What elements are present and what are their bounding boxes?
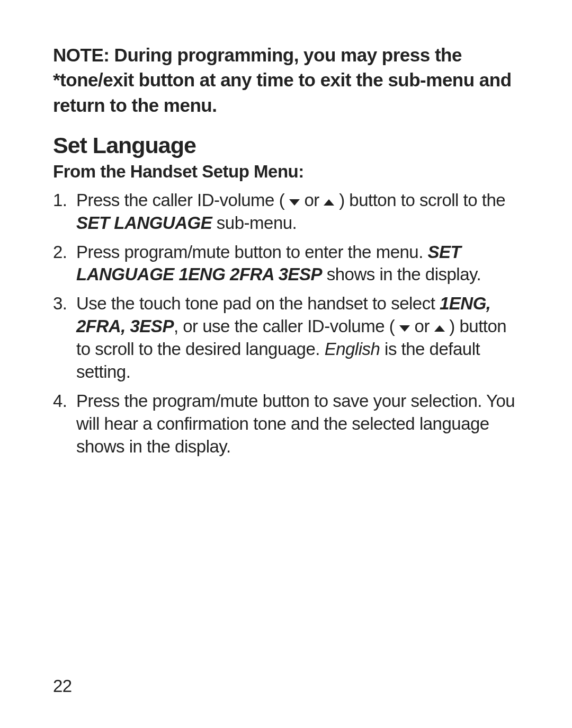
note-paragraph: NOTE: During programming, you may press … (53, 42, 524, 118)
steps-list: Press the caller ID-volume ( or ) button… (53, 189, 524, 458)
step-2: Press program/mute button to enter the m… (53, 241, 524, 287)
step-text: Press program/mute button to enter the m… (76, 242, 428, 262)
step-1: Press the caller ID-volume ( or ) button… (53, 189, 524, 235)
triangle-down-icon (399, 325, 410, 332)
step-text: or (300, 190, 324, 210)
step-text: shows in the display. (322, 264, 481, 284)
step-text-bold-italic: SET LANGUAGE (76, 213, 212, 233)
step-text: , or use the caller ID-volume ( (174, 316, 399, 336)
step-4: Press the program/mute button to save yo… (53, 390, 524, 458)
step-text: Press the program/mute button to save yo… (76, 391, 515, 456)
step-text-italic: English (325, 339, 380, 359)
step-text: Press the caller ID-volume ( (76, 190, 289, 210)
triangle-up-icon (324, 199, 334, 206)
triangle-up-icon (434, 325, 445, 332)
triangle-down-icon (289, 199, 300, 206)
section-heading: Set Language (53, 132, 524, 158)
step-text: Use the touch tone pad on the handset to… (76, 294, 440, 313)
manual-page: NOTE: During programming, you may press … (0, 0, 572, 728)
page-number: 22 (53, 676, 72, 696)
step-3: Use the touch tone pad on the handset to… (53, 292, 524, 384)
step-text: or (410, 316, 434, 336)
section-subheading: From the Handset Setup Menu: (53, 162, 524, 182)
step-text: ) button to scroll to the (334, 190, 505, 210)
step-text: sub-menu. (212, 213, 297, 233)
